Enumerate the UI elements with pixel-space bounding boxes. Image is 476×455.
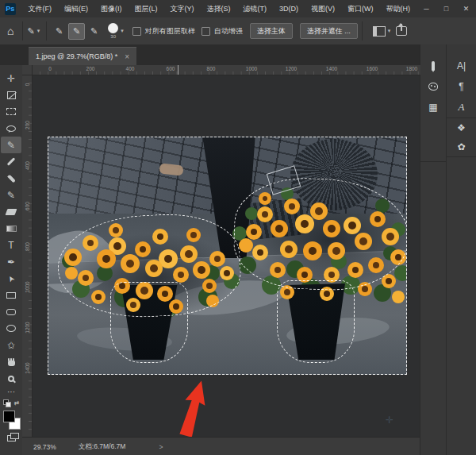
grid-icon: ▦ — [428, 102, 437, 113]
color-panel-tab[interactable] — [420, 76, 446, 97]
swatch-pair — [2, 411, 20, 430]
menu-edit[interactable]: 编辑(E) — [58, 0, 94, 17]
character-panel-tab[interactable]: A| — [447, 56, 476, 76]
share-export-icon[interactable] — [396, 26, 407, 36]
menu-help[interactable]: 帮助(H) — [380, 0, 417, 17]
auto-enhance-checkbox[interactable] — [202, 27, 210, 36]
photoshop-logo-icon: Ps — [5, 3, 16, 15]
healing-brush-tool[interactable] — [1, 170, 21, 187]
menu-view[interactable]: 视图(V) — [305, 0, 341, 17]
frame-icon — [7, 91, 16, 99]
layers-panel-tab[interactable]: ❖ — [447, 118, 476, 137]
screen-mode-icon — [7, 435, 16, 442]
ellipse-icon — [6, 325, 16, 332]
swap-colors-icon[interactable]: ⇄ — [14, 400, 20, 407]
sample-all-layers-label: 对所有图层取样 — [145, 26, 195, 37]
document-image[interactable] — [48, 137, 407, 375]
ruler-label: 1200 — [25, 322, 30, 334]
eyedropper-icon — [7, 157, 16, 166]
subtract-from-selection-mode-button[interactable]: ✎ — [86, 24, 102, 39]
brush-settings-panel-tab[interactable] — [420, 56, 446, 76]
lasso-tool[interactable] — [1, 120, 21, 137]
marquee-icon — [6, 108, 16, 115]
gradient-tool[interactable] — [1, 220, 21, 237]
menu-file[interactable]: 文件(F) — [22, 0, 59, 17]
horizontal-ruler: 0 200 400 600 800 1000 1200 1400 1600 18… — [32, 65, 420, 75]
paragraph-panel-tab[interactable]: ¶ — [447, 76, 476, 97]
glyphs-icon: A — [459, 101, 465, 114]
move-tool[interactable]: ✛ — [1, 70, 21, 87]
photoshop-window: Ps 文件(F) 编辑(E) 图像(I) 图层(L) 文字(Y) 选择(S) 滤… — [0, 0, 476, 455]
eraser-tool[interactable] — [1, 203, 21, 220]
frame-tool[interactable] — [1, 87, 21, 103]
menu-image[interactable]: 图像(I) — [94, 0, 129, 17]
quick-selection-icon: ✎ — [7, 141, 15, 150]
default-colors-icon[interactable] — [3, 399, 11, 407]
sample-all-layers-checkbox[interactable] — [132, 27, 141, 36]
panel-dock-column-2: A| ¶ A ❖ ✿ — [447, 44, 476, 455]
zoom-level-field[interactable]: 29.73% — [33, 443, 56, 451]
eyedropper-tool[interactable] — [1, 153, 21, 170]
palette-icon — [428, 83, 438, 91]
menu-layer[interactable]: 图层(L) — [129, 0, 164, 17]
status-expand-chevron[interactable]: > — [159, 443, 163, 451]
rectangular-marquee-tool[interactable] — [1, 103, 21, 120]
tab-close-icon[interactable]: × — [125, 52, 129, 61]
panel-dock-column-1: ▦ — [420, 44, 447, 455]
select-subject-button[interactable]: 选择主体 — [250, 23, 293, 39]
new-selection-mode-button[interactable]: ✎ — [52, 24, 67, 39]
foreground-background-swatches — [1, 409, 21, 431]
eraser-icon — [6, 209, 17, 215]
chevron-down-icon[interactable]: ▾ — [388, 28, 391, 34]
brush-minus-icon: ✎ — [90, 26, 98, 37]
menu-select[interactable]: 选择(S) — [201, 0, 237, 17]
ruler-origin-corner[interactable] — [22, 65, 33, 75]
rounded-rectangle-tool[interactable] — [1, 303, 21, 320]
document-tab-bar: 1.jpeg @ 29.7%(RGB/8) * × — [0, 44, 420, 65]
glyphs-panel-tab[interactable]: A — [447, 97, 476, 118]
document-tab-title: 1.jpeg @ 29.7%(RGB/8) * — [36, 52, 117, 60]
ruler-label: 1200 — [286, 66, 297, 71]
patterns-panel-tab[interactable]: ▦ — [420, 97, 446, 118]
menu-filter[interactable]: 滤镜(T) — [237, 0, 274, 17]
pen-tool[interactable]: ✒ — [1, 253, 21, 270]
menu-type[interactable]: 文字(Y) — [164, 0, 201, 17]
edit-toolbar-button[interactable]: ··· — [1, 387, 21, 398]
chevron-down-icon[interactable]: ▾ — [37, 28, 40, 34]
add-to-selection-mode-button[interactable]: ✎ — [68, 23, 85, 40]
divider — [447, 156, 476, 157]
ruler-label: 1800 — [406, 66, 417, 71]
workspace-panel-toggle-icon[interactable] — [373, 26, 386, 37]
screen-mode-button[interactable] — [1, 431, 21, 445]
tool-options-bar: ⌂ ✎ ▾ ✎ ✎ ✎ 30 ▾ 对所有图层取样 自动增强 选择主体 选择并遮住… — [0, 17, 476, 45]
ellipse-tool[interactable] — [1, 320, 21, 337]
zoom-tool[interactable] — [1, 370, 21, 387]
brush-size-picker[interactable]: 30 — [108, 23, 118, 39]
chevron-down-icon[interactable]: ▾ — [121, 28, 124, 34]
ruler-cursor-marker — [178, 65, 178, 75]
tool-preset-icon[interactable]: ✎ — [27, 26, 34, 37]
quick-selection-tool[interactable]: ✎ — [1, 137, 21, 153]
menu-3d[interactable]: 3D(D) — [273, 0, 305, 17]
ruler-label: 200 — [25, 119, 30, 132]
brush-tool[interactable]: ✎ — [1, 187, 21, 203]
libraries-panel-tab[interactable]: ✿ — [447, 137, 476, 156]
maximize-button[interactable]: □ — [436, 0, 456, 17]
menu-window[interactable]: 窗口(W) — [341, 0, 380, 17]
hand-icon — [8, 361, 15, 366]
custom-shape-tool[interactable]: ✩ — [1, 337, 21, 353]
foreground-color-swatch[interactable] — [3, 411, 15, 422]
home-icon[interactable]: ⌂ — [7, 25, 13, 37]
minimize-button[interactable]: ─ — [416, 0, 436, 17]
document-tab[interactable]: 1.jpeg @ 29.7%(RGB/8) * × — [29, 47, 136, 65]
ruler-label: 1000 — [25, 281, 30, 294]
close-button[interactable]: ✕ — [456, 0, 476, 17]
hand-tool[interactable] — [1, 353, 21, 370]
menu-bar: Ps 文件(F) 编辑(E) 图像(I) 图层(L) 文字(Y) 选择(S) 滤… — [0, 0, 476, 18]
canvas-area[interactable]: 0 200 400 600 800 1000 1200 1400 1600 18… — [22, 65, 420, 437]
rectangle-tool[interactable] — [1, 287, 21, 303]
custom-shape-icon: ✩ — [7, 341, 15, 350]
type-tool[interactable]: T — [1, 237, 21, 253]
path-selection-tool[interactable]: ➤ — [1, 270, 21, 287]
select-and-mask-button[interactable]: 选择并遮住 ... — [300, 23, 358, 39]
